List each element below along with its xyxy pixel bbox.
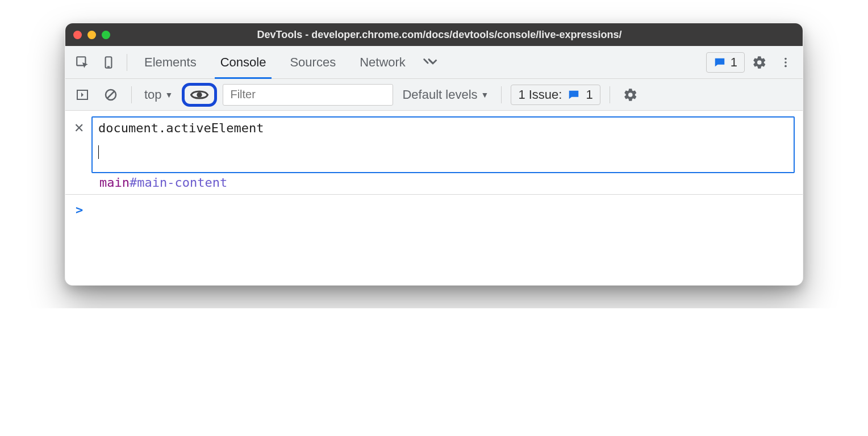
- divider: [127, 54, 127, 71]
- console-prompt-icon: >: [76, 203, 83, 217]
- live-expression-input[interactable]: document.activeElement: [91, 116, 795, 173]
- text-cursor: [98, 145, 99, 159]
- eye-icon: [190, 88, 208, 102]
- svg-point-9: [197, 92, 202, 97]
- console-toolbar: top ▼ Default levels ▼ 1 Issue: 1: [65, 79, 803, 111]
- remove-live-expression-button[interactable]: ✕: [73, 121, 85, 136]
- result-tag: main: [99, 175, 130, 190]
- device-toolbar-icon[interactable]: [97, 51, 120, 74]
- tab-console[interactable]: Console: [210, 46, 277, 78]
- console-body[interactable]: >: [65, 195, 803, 285]
- log-levels-label: Default levels: [402, 87, 477, 102]
- chevron-down-icon: ▼: [481, 90, 489, 99]
- filter-input[interactable]: [223, 84, 393, 106]
- divider: [501, 86, 502, 103]
- console-settings-icon[interactable]: [619, 83, 642, 106]
- devtools-window: DevTools - developer.chrome.com/docs/dev…: [65, 23, 803, 286]
- issues-button[interactable]: 1 Issue: 1: [511, 85, 600, 105]
- tab-sources[interactable]: Sources: [279, 46, 346, 78]
- svg-point-3: [784, 57, 787, 60]
- result-id: #main-content: [130, 175, 227, 190]
- close-window-button[interactable]: [73, 31, 82, 39]
- window-title: DevTools - developer.chrome.com/docs/dev…: [84, 29, 795, 41]
- svg-line-8: [107, 91, 114, 98]
- tab-network[interactable]: Network: [349, 46, 416, 78]
- live-expression-button[interactable]: [182, 83, 217, 107]
- context-label: top: [144, 87, 162, 102]
- live-expression-result[interactable]: main#main-content: [99, 175, 795, 190]
- svg-point-4: [784, 61, 787, 64]
- svg-point-5: [784, 65, 787, 67]
- context-selector[interactable]: top ▼: [141, 87, 176, 102]
- divider: [131, 86, 132, 103]
- sidebar-toggle-icon[interactable]: [71, 83, 94, 106]
- clear-console-icon[interactable]: [99, 83, 122, 106]
- settings-icon[interactable]: [748, 51, 771, 74]
- issues-count: 1: [731, 55, 737, 70]
- window-titlebar: DevTools - developer.chrome.com/docs/dev…: [65, 23, 803, 46]
- devtools-tabbar: Elements Console Sources Network 1: [65, 46, 803, 79]
- more-tabs-icon[interactable]: [419, 51, 442, 74]
- live-expression-area: ✕ document.activeElement main#main-conte…: [65, 111, 803, 195]
- kebab-menu-icon[interactable]: [774, 51, 797, 74]
- live-expression-text: document.activeElement: [98, 121, 788, 135]
- tab-elements[interactable]: Elements: [134, 46, 207, 78]
- issues-label: 1 Issue:: [518, 87, 562, 102]
- issues-count: 1: [586, 87, 592, 102]
- issues-chip[interactable]: 1: [706, 52, 745, 73]
- chevron-down-icon: ▼: [165, 90, 173, 99]
- message-icon: [567, 89, 580, 101]
- log-levels-selector[interactable]: Default levels ▼: [399, 87, 492, 102]
- divider: [610, 86, 610, 103]
- message-icon: [713, 56, 726, 69]
- inspect-element-icon[interactable]: [71, 51, 94, 74]
